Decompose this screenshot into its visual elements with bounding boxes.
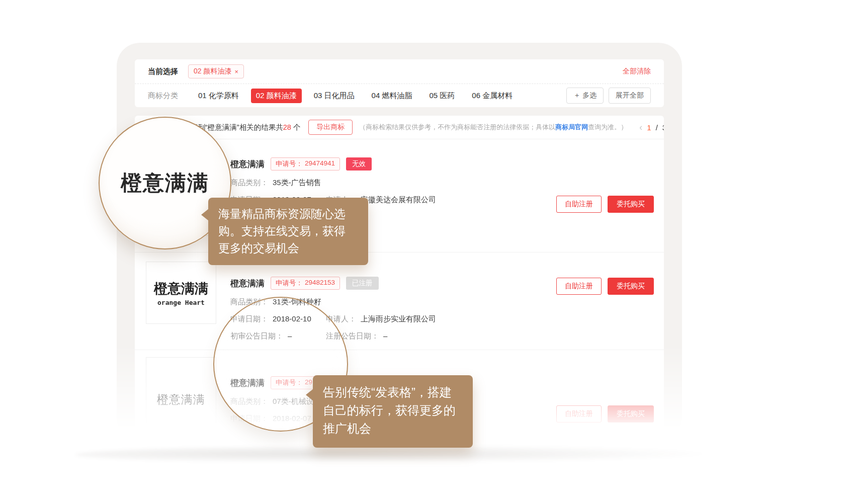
tooltip-arrow-icon [306, 389, 313, 401]
results-header: 当前分类下检索到“橙意满满”相关的结果共28 个 导出商标 （商标检索结果仅供参… [135, 116, 664, 139]
page-separator: / [656, 123, 658, 132]
thumbnail-text: 橙意满满 [154, 280, 208, 298]
category-item-06[interactable]: 06 金属材料 [467, 89, 518, 103]
self-register-button[interactable]: 自助注册 [556, 405, 602, 423]
application-number-tag: 申请号：29482153 [271, 277, 340, 290]
category-item-04[interactable]: 04 燃料油脂 [367, 89, 417, 103]
trademark-thumbnail: 橙意满满 [146, 357, 216, 441]
category-actions: ＋ 多选 展开全部 [566, 88, 651, 104]
field-value: 安徽美达会展有限公司 [361, 195, 436, 205]
page-total: 30 [662, 123, 664, 132]
current-selection-row: 当前选择 02 颜料油漆 × 全部清除 [135, 59, 664, 84]
category-label: 商标分类 [148, 91, 178, 101]
results-summary-suffix: 个 [291, 123, 301, 131]
application-number-tag: 申请号：29474941 [271, 157, 340, 171]
trademark-name: 橙意满满 [230, 278, 265, 289]
category-row: 商标分类 01 化学原料 02 颜料油漆 03 日化用品 04 燃料油脂 05 … [135, 84, 664, 107]
magnifier-trademark-text: 橙意满满 [121, 169, 209, 197]
trademark-office-link[interactable]: 商标局官网 [555, 123, 588, 131]
field-value: 上海雨步实业有限公司 [361, 314, 436, 324]
export-trademarks-button[interactable]: 导出商标 [308, 120, 353, 135]
entrust-purchase-button[interactable]: 委托购买 [608, 278, 654, 295]
trademark-name: 橙意满满 [230, 158, 265, 170]
application-number-value: 29474941 [305, 159, 335, 169]
category-item-03[interactable]: 03 日化用品 [309, 89, 360, 103]
filter-panel: 当前选择 02 颜料油漆 × 全部清除 商标分类 01 化学原料 02 颜料油漆… [135, 59, 664, 107]
pagination: ‹ 1 / 30 › [627, 122, 664, 133]
category-items: 01 化学原料 02 颜料油漆 03 日化用品 04 燃料油脂 05 医药 06… [193, 89, 518, 103]
expand-all-button[interactable]: 展开全部 [609, 88, 651, 104]
self-register-button[interactable]: 自助注册 [556, 278, 602, 295]
application-number-label: 申请号： [276, 279, 303, 288]
page: 当前选择 02 颜料油漆 × 全部清除 商标分类 01 化学原料 02 颜料油漆… [0, 0, 853, 504]
results-count: 28 [283, 123, 291, 131]
disclaimer-pre: （商标检索结果仅供参考，不作为商标能否注册的法律依据；具体以 [359, 123, 555, 131]
trademark-thumbnail: 橙意满满 orange Heart [146, 262, 216, 324]
selected-filter-chip[interactable]: 02 颜料油漆 × [188, 64, 244, 78]
category-item-05[interactable]: 05 医药 [424, 89, 460, 103]
field-value: – [383, 331, 387, 341]
row-actions: 自助注册 委托购买 [556, 405, 654, 423]
multi-select-button[interactable]: ＋ 多选 [566, 88, 604, 104]
disclaimer-post: 查询为准。） [588, 123, 627, 131]
current-selection-label: 当前选择 [148, 67, 178, 76]
table-row: 橙意满满 orange Heart 橙意满满 申请号：29482153 已注册 … [135, 252, 664, 350]
application-number-label: 申请号： [276, 159, 303, 169]
tooltip-bubble: 告别传统“发表格”，搭建 自己的标行，获得更多的 推广机会 [313, 375, 473, 448]
selected-filter-chip-label: 02 颜料油漆 [194, 67, 231, 76]
page-current: 1 [647, 123, 651, 132]
entrust-purchase-button[interactable]: 委托购买 [608, 196, 654, 213]
tooltip-arrow-icon [201, 209, 209, 221]
thumbnail-text: 橙意满满 [157, 392, 205, 407]
status-badge: 已注册 [346, 277, 379, 290]
entrust-purchase-button[interactable]: 委托购买 [608, 405, 654, 423]
category-item-01[interactable]: 01 化学原料 [193, 89, 244, 103]
disclaimer: （商标检索结果仅供参考，不作为商标能否注册的法律依据；具体以商标局官网查询为准。… [359, 123, 627, 132]
prev-page-icon[interactable]: ‹ [639, 122, 642, 133]
tooltip-text: 告别传统“发表格”，搭建 自己的标行，获得更多的 推广机会 [323, 383, 463, 438]
application-number-value: 29482153 [305, 279, 335, 288]
status-badge: 无效 [346, 157, 372, 171]
field-label: 商品类别： [230, 178, 268, 188]
field-value: 35类-广告销售 [273, 178, 321, 188]
thumbnail-subtext: orange Heart [157, 299, 205, 306]
tooltip-text: 海量精品商标资源随心选 购。支持在线交易，获得 更多的交易机会 [218, 205, 358, 257]
tooltip-bubble: 海量精品商标资源随心选 购。支持在线交易，获得 更多的交易机会 [208, 198, 368, 265]
close-icon[interactable]: × [234, 68, 238, 75]
self-register-button[interactable]: 自助注册 [556, 196, 602, 213]
row-actions: 自助注册 委托购买 [556, 278, 654, 295]
clear-all-button[interactable]: 全部清除 [623, 67, 651, 76]
category-item-02[interactable]: 02 颜料油漆 [251, 89, 302, 103]
row-actions: 自助注册 委托购买 [556, 196, 654, 213]
field-label: 初审公告日期： [230, 431, 283, 441]
laptop-shadow [75, 446, 744, 464]
